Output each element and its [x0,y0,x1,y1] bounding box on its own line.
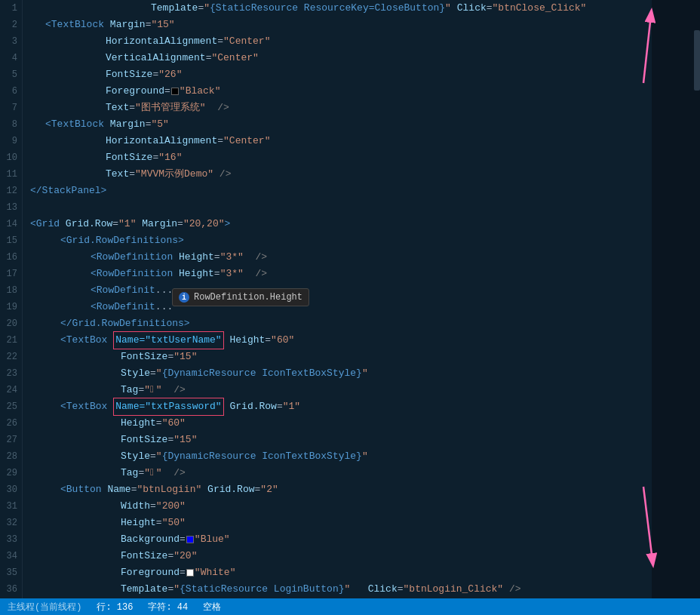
code-line-20: </Grid.RowDefinitions> [30,315,652,332]
code-line-6: Foreground="Black" [30,83,652,100]
code-line-30: <Button Name="btnLogiin" Grid.Row="2" [30,481,652,498]
tooltip-info-icon: i [179,292,189,303]
code-line-26: Height="60" [30,415,652,432]
code-line-21: <TextBox Name="txtUserName" Height="60" [30,332,652,349]
code-line-14: <Grid Grid.Row="1" Margin="20,20"> [30,216,652,232]
tooltip-text: RowDefinition.Height [194,292,302,303]
code-area[interactable]: Template="{StaticResource ResourceKey=Cl… [23,0,652,615]
status-char: 字符: 44 [148,601,188,613]
code-line-10: FontSize="16" [30,149,652,166]
code-line-16: <RowDefinition Height="3*" /> [30,249,652,266]
editor-container: 1 2 3 4 5 6 7 8 9 10 11 12 13 14 15 16 1… [0,0,700,615]
code-line-24: Tag="" /> [30,382,652,398]
code-line-11: Text="MVVM示例Demo" /> [30,166,652,183]
code-line-15: <Grid.RowDefinitions> [30,232,652,249]
code-line-19: <RowDefinit... [30,299,652,315]
status-line-col: 行: 136 [97,601,133,613]
status-bar: 主线程(当前线程) 行: 136 字符: 44 空格 [0,598,700,615]
status-encoding: 空格 [203,601,221,613]
code-line-28: Style="{DynamicResource IconTextBoxStyle… [30,448,652,465]
code-line-4: VerticalAlignment="Center" [30,50,652,66]
code-line-2: <TextBlock Margin="15" [30,17,652,33]
line-numbers: 1 2 3 4 5 6 7 8 9 10 11 12 13 14 15 16 1… [0,0,23,615]
status-label: 主线程(当前线程) [8,601,81,613]
code-line-23: Style="{DynamicResource IconTextBoxStyle… [30,365,652,382]
code-line-3: HorizontalAlignment="Center" [30,33,652,50]
tooltip-popup: i RowDefinition.Height [172,288,309,306]
code-line-29: Tag="" /> [30,465,652,481]
code-line-9: HorizontalAlignment="Center" [30,133,652,149]
code-line-31: Width="200" [30,498,652,515]
code-line-32: Height="50" [30,515,652,531]
code-line-8: <TextBlock Margin="5" [30,116,652,133]
code-line-22: FontSize="15" [30,349,652,365]
code-line-1: Template="{StaticResource ResourceKey=Cl… [30,0,652,17]
background-color-preview-blue [186,536,194,543]
code-line-34: FontSize="20" [30,548,652,564]
code-line-25: <TextBox Name="txtPassword" Grid.Row="1" [30,398,652,415]
foreground-color-preview-white [186,569,194,577]
code-line-12: </StackPanel> [30,183,652,199]
code-line-13 [30,199,652,216]
code-line-27: FontSize="15" [30,432,652,448]
code-line-7: Text="图书管理系统" /> [30,100,652,116]
foreground-color-preview-black [171,88,179,95]
code-line-36: Template="{StaticResource LoginButton}" … [30,581,652,598]
code-line-35: Foreground="White" [30,564,652,581]
code-line-18: <RowDefinit... [30,282,652,299]
code-line-5: FontSize="26" [30,66,652,83]
code-line-33: Background="Blue" [30,531,652,548]
code-line-17: <RowDefinition Height="3*" /> [30,266,652,282]
right-minimap [652,0,700,615]
